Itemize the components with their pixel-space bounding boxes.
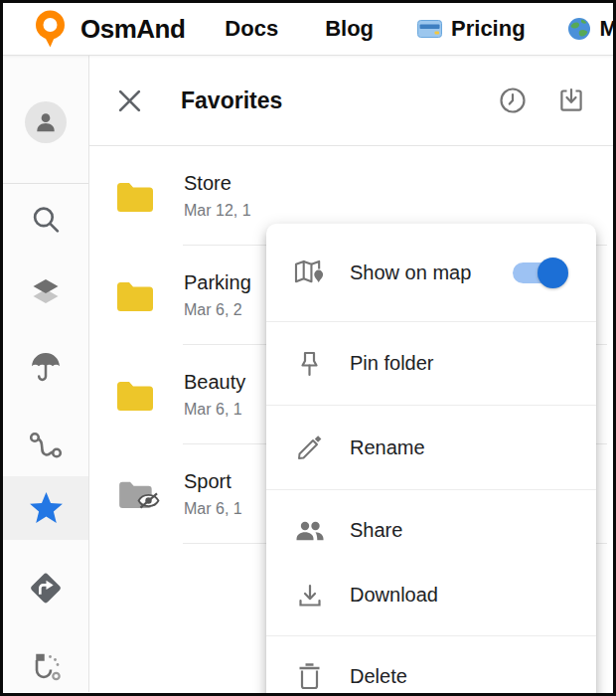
- eye-off-icon: [137, 492, 160, 513]
- nav-link-map[interactable]: Map: [567, 16, 616, 42]
- folder-date: Mar 6, 1: [184, 401, 245, 419]
- sidebar-item-weather[interactable]: [31, 351, 62, 383]
- menu-label: Rename: [350, 436, 425, 459]
- sidebar-item-map-layers[interactable]: [30, 277, 63, 307]
- sidebar-item-favorites[interactable]: [3, 476, 88, 540]
- import-icon[interactable]: [557, 87, 585, 114]
- menu-label: Share: [350, 519, 402, 542]
- nav-link-pricing[interactable]: Pricing: [417, 16, 526, 42]
- map-with-pin-icon: [294, 259, 325, 286]
- credit-card-icon: [417, 20, 442, 38]
- nav-link-blog[interactable]: Blog: [325, 16, 374, 42]
- directions-diamond-icon: [28, 570, 65, 607]
- layers-icon: [30, 277, 63, 307]
- menu-item-delete[interactable]: Delete: [266, 644, 596, 696]
- sidebar-item-tracks[interactable]: [29, 431, 64, 460]
- folder-icon: [114, 181, 154, 212]
- sidebar-item-plan-route[interactable]: [29, 651, 64, 684]
- osmand-logo-icon[interactable]: [35, 10, 66, 48]
- close-icon[interactable]: [116, 87, 143, 114]
- folder-date: Mar 6, 1: [184, 500, 242, 518]
- pencil-icon: [294, 434, 325, 461]
- brand-name[interactable]: OsmAnd: [80, 14, 185, 45]
- plan-route-icon: [29, 651, 64, 684]
- content-area: Favorites: [3, 56, 613, 692]
- download-icon: [294, 582, 325, 609]
- left-sidebar: [3, 56, 89, 692]
- folder-icon: [114, 380, 154, 411]
- folder-name: Store: [184, 172, 251, 195]
- menu-item-download[interactable]: Download: [266, 563, 596, 627]
- nav-link-docs[interactable]: Docs: [225, 16, 278, 42]
- folder-name: Beauty: [184, 371, 245, 394]
- menu-label: Show on map: [350, 261, 471, 284]
- menu-item-rename[interactable]: Rename: [266, 414, 596, 481]
- show-on-map-toggle[interactable]: [513, 262, 566, 283]
- globe-icon: [567, 17, 591, 41]
- folder-name: Sport: [184, 470, 242, 493]
- search-icon: [31, 204, 62, 235]
- folder-hidden-icon: [114, 480, 154, 508]
- folder-icon: [114, 280, 154, 311]
- route-waypoints-icon: [29, 431, 64, 460]
- favorites-header: Favorites: [89, 56, 613, 146]
- avatar-icon: [25, 101, 67, 143]
- folder-date: Mar 12, 1: [184, 202, 251, 220]
- sidebar-item-search[interactable]: [31, 204, 62, 235]
- osmand-web-app: OsmAnd Docs Blog Pricing: [0, 0, 616, 696]
- push-pin-icon: [294, 350, 325, 378]
- umbrella-icon: [31, 351, 62, 383]
- trash-icon: [294, 662, 325, 690]
- menu-item-share[interactable]: Share: [266, 498, 596, 563]
- menu-label: Download: [350, 584, 438, 607]
- folder-date: Mar 6, 2: [184, 301, 251, 319]
- people-icon: [294, 519, 325, 542]
- clock-history-icon[interactable]: [499, 87, 527, 114]
- sidebar-item-account[interactable]: [25, 101, 67, 143]
- panel-title: Favorites: [181, 87, 282, 114]
- toggle-thumb: [538, 258, 568, 288]
- top-navbar: OsmAnd Docs Blog Pricing: [3, 3, 613, 56]
- menu-label: Pin folder: [350, 352, 434, 375]
- sidebar-divider: [3, 183, 88, 184]
- folder-name: Parking: [184, 271, 251, 294]
- folder-context-menu: Show on map Pin folder: [266, 224, 596, 696]
- menu-label: Delete: [350, 665, 407, 688]
- favorites-star-icon: [28, 491, 65, 526]
- sidebar-item-navigation[interactable]: [28, 570, 65, 607]
- menu-item-pin-folder[interactable]: Pin folder: [266, 330, 596, 397]
- menu-item-show-on-map[interactable]: Show on map: [266, 232, 596, 313]
